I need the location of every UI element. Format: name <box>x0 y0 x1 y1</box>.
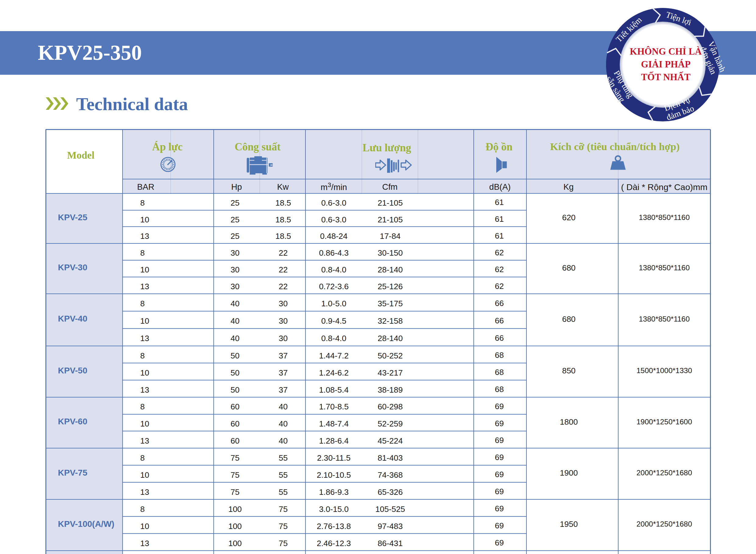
svg-text:TỐT NHẤT: TỐT NHẤT <box>641 71 691 82</box>
svg-text:GIẢI PHÁP: GIẢI PHÁP <box>641 59 691 69</box>
svg-text:KHÔNG CHỈ LÀ: KHÔNG CHỈ LÀ <box>630 46 702 57</box>
